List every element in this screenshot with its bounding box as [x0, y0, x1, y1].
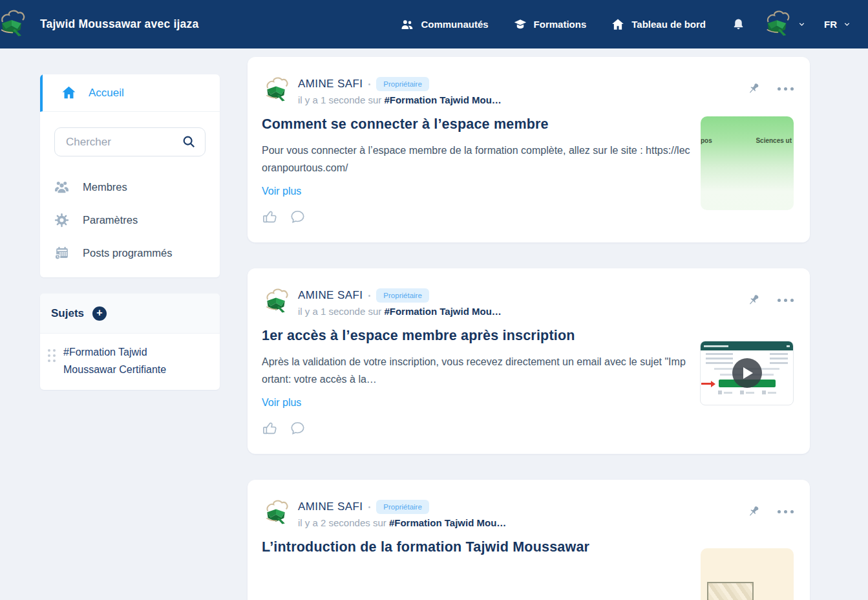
post-header-actions [746, 499, 794, 519]
post-topic-link[interactable]: #Formation Tajwid Mou… [389, 517, 506, 528]
sidebar: Accueil Membres [40, 74, 220, 390]
post-topic-link[interactable]: #Formation Tajwid Mou… [384, 94, 501, 105]
more-options-button[interactable] [778, 85, 794, 93]
nav-communities[interactable]: Communautés [400, 17, 488, 32]
pin-icon[interactable] [746, 293, 761, 307]
post-feed: AMINE SAFI Propriétaire il y a 1 seconde… [248, 57, 810, 600]
sidebar-item-settings[interactable]: Paramètres [40, 204, 220, 237]
separator-dot [368, 506, 370, 508]
search-icon[interactable] [182, 134, 196, 149]
post-topic-link[interactable]: #Formation Tajwid Mou… [384, 306, 501, 317]
add-topic-button[interactable]: + [92, 306, 107, 321]
sidebar-members-label: Membres [83, 181, 127, 193]
post-header: AMINE SAFI Propriétaire il y a 2 seconde… [262, 499, 794, 528]
role-badge: Propriétaire [376, 77, 429, 91]
post-title: Comment se connecter à l’espace membre [262, 116, 691, 133]
sidebar-scheduled-label: Posts programmés [83, 247, 172, 259]
nav-formations-label: Formations [534, 19, 587, 30]
like-icon[interactable] [262, 208, 279, 226]
post-header: AMINE SAFI Propriétaire il y a 1 seconde… [262, 76, 794, 105]
sidebar-item-members[interactable]: Membres [40, 171, 220, 204]
author-block: AMINE SAFI Propriétaire il y a 2 seconde… [298, 499, 506, 528]
top-navbar: Tajwid Moussawar avec ijaza Communautés … [0, 0, 868, 48]
like-icon[interactable] [262, 420, 279, 437]
post-meta: il y a 1 seconde sur #Formation Tajwid M… [298, 94, 502, 105]
gear-icon [54, 212, 70, 228]
members-icon [54, 179, 70, 195]
sidebar-menu: Membres Paramètres [40, 167, 220, 277]
post-header-actions [746, 76, 794, 96]
home-icon [61, 85, 77, 101]
nav-dashboard-label: Tableau de bord [631, 19, 706, 30]
post-timestamp: il y a 1 seconde sur [298, 306, 381, 317]
bell-icon [732, 17, 745, 32]
scheduled-posts-icon [54, 245, 70, 261]
author-name: AMINE SAFI [298, 78, 363, 91]
avatar [262, 499, 290, 528]
topic-item[interactable]: #Formation Tajwid Moussawar Certifiante [40, 334, 220, 390]
post-video-thumbnail[interactable] [700, 341, 794, 405]
comment-icon[interactable] [289, 208, 306, 226]
post-card: AMINE SAFI Propriétaire il y a 2 seconde… [248, 480, 810, 600]
post-body: Après la validation de votre inscription… [262, 354, 690, 388]
separator-dot [368, 83, 370, 85]
chevron-down-icon [843, 20, 851, 28]
post-meta: il y a 2 secondes sur #Formation Tajwid … [298, 517, 506, 528]
post-card: AMINE SAFI Propriétaire il y a 1 seconde… [248, 268, 810, 454]
avatar [762, 10, 792, 39]
topics-header: Sujets + [40, 294, 220, 334]
profile-menu[interactable] [762, 10, 806, 39]
sidebar-item-home[interactable]: Accueil [40, 74, 220, 112]
sidebar-home-label: Accueil [89, 87, 124, 100]
post-content: L’introduction de la formation Tajwid Mo… [262, 539, 794, 600]
drag-handle-icon[interactable] [48, 349, 56, 378]
post-header: AMINE SAFI Propriétaire il y a 1 seconde… [262, 288, 794, 317]
more-options-button[interactable] [778, 296, 794, 305]
sidebar-item-scheduled-posts[interactable]: Posts programmés [40, 237, 220, 270]
see-more-link[interactable]: Voir plus [262, 186, 301, 197]
sidebar-settings-label: Paramètres [83, 214, 138, 226]
post-thumbnail-image[interactable] [701, 548, 794, 600]
post-title: 1er accès à l’espace membre après inscri… [262, 328, 690, 344]
pin-icon[interactable] [746, 504, 761, 519]
role-badge: Propriétaire [376, 500, 429, 514]
home-icon [611, 17, 625, 32]
see-more-link[interactable]: Voir plus [262, 397, 301, 409]
sidebar-main-card: Accueil Membres [40, 74, 220, 277]
post-title: L’introduction de la formation Tajwid Mo… [262, 539, 691, 555]
post-content: 1er accès à l’espace membre après inscri… [262, 328, 794, 437]
role-badge: Propriétaire [376, 288, 429, 303]
notifications-button[interactable] [732, 17, 745, 32]
nav-formations[interactable]: Formations [513, 17, 587, 32]
topic-label: #Formation Tajwid Moussawar Certifiante [63, 343, 202, 378]
post-timestamp: il y a 2 secondes sur [298, 517, 386, 528]
post-actions [262, 420, 690, 437]
author-block: AMINE SAFI Propriétaire il y a 1 seconde… [298, 288, 502, 317]
thumb-text-right: Sciences ut [756, 137, 792, 144]
more-options-button[interactable] [778, 508, 794, 516]
avatar [262, 288, 290, 316]
thumbnail-inner-picture [707, 582, 754, 600]
topics-title: Sujets [51, 307, 84, 320]
post-actions [262, 208, 691, 226]
post-content: Comment se connecter à l’espace membre P… [262, 116, 794, 226]
post-card: AMINE SAFI Propriétaire il y a 1 seconde… [248, 57, 810, 242]
language-selector[interactable]: FR [824, 19, 851, 30]
play-button-icon[interactable] [732, 358, 762, 388]
post-thumbnail-image[interactable]: pos Sciences ut [701, 116, 794, 210]
topics-card: Sujets + #Formation Tajwid Moussawar Cer… [40, 294, 220, 390]
post-meta: il y a 1 seconde sur #Formation Tajwid M… [298, 306, 502, 317]
formations-icon [513, 17, 527, 32]
brand: Tajwid Moussawar avec ijaza [0, 9, 198, 40]
author-block: AMINE SAFI Propriétaire il y a 1 seconde… [298, 76, 502, 105]
avatar [262, 76, 290, 105]
video-mock-header [701, 341, 793, 350]
post-header-actions [746, 288, 794, 307]
nav-dashboard[interactable]: Tableau de bord [611, 17, 706, 32]
pin-icon[interactable] [746, 81, 761, 96]
community-title: Tajwid Moussawar avec ijaza [40, 17, 198, 31]
community-logo [0, 9, 27, 40]
author-name: AMINE SAFI [298, 289, 363, 302]
thumb-text-left: pos [701, 137, 712, 144]
comment-icon[interactable] [289, 420, 306, 437]
